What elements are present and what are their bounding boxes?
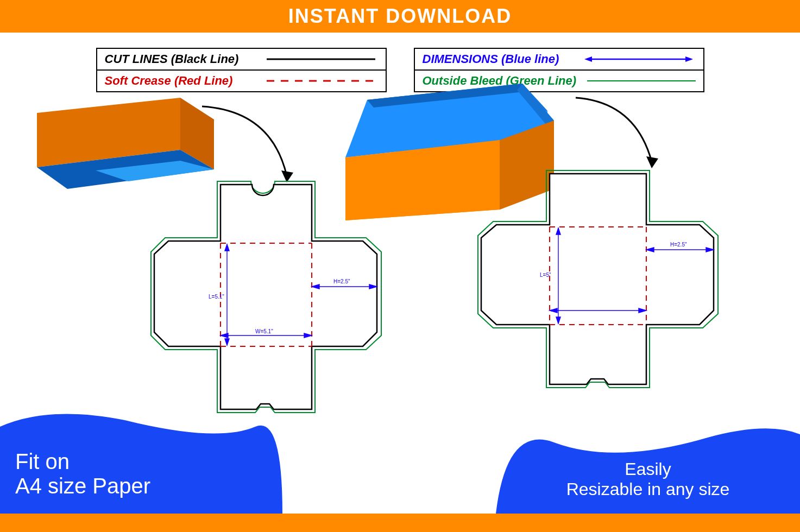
banner-title: INSTANT DOWNLOAD [288,5,512,28]
legend-label-cut: CUT LINES (Black Line) [105,52,253,66]
legend-label-dim: DIMENSIONS (Blue line) [423,52,571,66]
svg-marker-4 [685,56,693,62]
dim-h2: H=2.5" [670,242,687,248]
bottom-banner [0,514,800,532]
legend-sample-bleed [587,79,696,83]
legend-row-dim: DIMENSIONS (Blue line) [415,49,703,69]
footer-left-line1: Fit on [15,449,282,474]
dieline-lid: L=5.1" W=5.1" H=2.5" [147,179,386,420]
dim-h: H=2.5" [333,278,350,284]
svg-marker-29 [646,156,658,168]
dieline-base: L=5" H=2.5" [473,168,722,409]
top-banner: INSTANT DOWNLOAD [0,0,800,33]
legend-sample-cut [264,58,378,61]
svg-marker-3 [584,56,592,62]
footer-left-line2: A4 size Paper [15,474,282,498]
legend-row-cut: CUT LINES (Black Line) [97,49,386,69]
legend-sample-dim [582,55,696,63]
dim-l: L=5.1" [209,294,224,300]
legend-label-crease: Soft Crease (Red Line) [105,74,253,88]
dim-w: W=5.1" [255,328,273,334]
footer-right-line1: Easily [625,459,671,479]
footer-right-line2: Resizable in any size [566,479,730,499]
dim-l2: L=5" [540,272,551,278]
